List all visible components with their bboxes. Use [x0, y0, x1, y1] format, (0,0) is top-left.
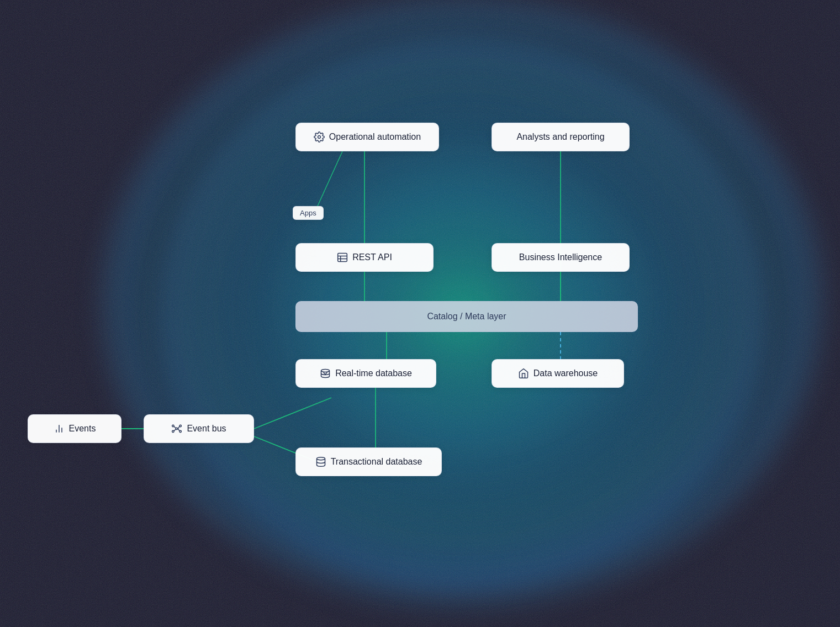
svg-point-11: [318, 136, 320, 139]
realtime-db-icon: [320, 368, 331, 379]
apps-tooltip: Apps: [293, 206, 324, 220]
apps-label: Apps: [300, 209, 316, 217]
data-warehouse-label: Data warehouse: [533, 368, 598, 378]
house-icon: [518, 368, 529, 379]
svg-rect-12: [338, 254, 347, 262]
analysts-reporting-label: Analysts and reporting: [516, 132, 604, 142]
svg-point-16: [176, 428, 178, 429]
svg-point-28: [316, 457, 325, 460]
transactional-database-node: Transactional database: [295, 447, 442, 476]
catalog-meta-layer-node: Catalog / Meta layer: [295, 301, 638, 332]
events-node: Events: [28, 414, 121, 443]
table-icon: [337, 252, 348, 263]
svg-line-21: [174, 426, 176, 428]
svg-point-17: [172, 425, 174, 426]
realtime-database-node: Real-time database: [295, 359, 436, 388]
svg-line-23: [174, 429, 176, 431]
business-intelligence-node: Business Intelligence: [492, 243, 630, 272]
bars-icon: [54, 423, 65, 434]
rest-api-label: REST API: [352, 252, 392, 262]
svg-line-10: [318, 151, 342, 206]
transactional-database-label: Transactional database: [331, 457, 422, 467]
rest-api-node: REST API: [295, 243, 434, 272]
data-warehouse-node: Data warehouse: [492, 359, 624, 388]
gear-icon: [314, 131, 325, 143]
network-icon: [171, 423, 182, 434]
svg-line-24: [178, 428, 179, 431]
business-intelligence-label: Business Intelligence: [519, 252, 602, 262]
event-bus-label: Event bus: [187, 424, 226, 434]
analysts-reporting-node: Analysts and reporting: [492, 123, 630, 151]
cylinder-icon: [315, 456, 326, 467]
catalog-meta-label: Catalog / Meta layer: [427, 312, 506, 322]
events-label: Events: [69, 424, 96, 434]
svg-line-7: [254, 398, 331, 429]
svg-point-19: [172, 430, 174, 432]
operational-automation-node: Operational automation: [295, 123, 439, 151]
realtime-database-label: Real-time database: [335, 368, 412, 378]
diagram-area: Operational automation Analysts and repo…: [0, 0, 840, 627]
event-bus-node: Event bus: [144, 414, 254, 443]
operational-automation-label: Operational automation: [329, 132, 421, 142]
